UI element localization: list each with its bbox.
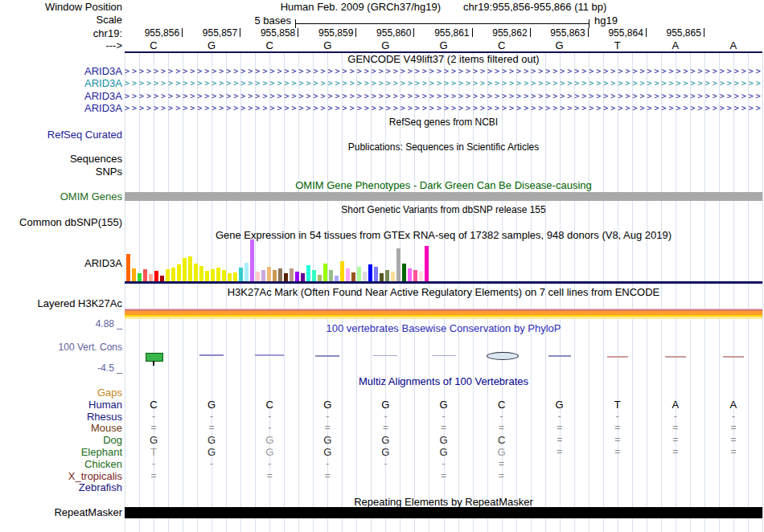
alignment-cell: =	[704, 435, 762, 445]
gtex-bar[interactable]	[368, 264, 372, 281]
sequences-label[interactable]: Sequences	[0, 153, 122, 164]
gtex-bar[interactable]	[340, 261, 344, 281]
phylop-bar	[146, 353, 163, 362]
gtex-bar[interactable]	[143, 269, 147, 281]
gtex-bar[interactable]	[396, 248, 400, 281]
conservation-track-label[interactable]: 100 Vert. Cons	[0, 342, 122, 353]
species-label-x_tropicalis[interactable]: X_tropicalis	[0, 471, 122, 481]
species-label-zebrafish[interactable]: Zebrafish	[0, 482, 122, 493]
gtex-bar[interactable]	[357, 267, 361, 281]
gtex-bar[interactable]	[278, 268, 282, 281]
species-label-dog[interactable]: Dog	[0, 435, 122, 445]
gtex-bar[interactable]	[126, 254, 130, 281]
species-label-rhesus[interactable]: Rhesus	[0, 411, 122, 422]
gtex-bar[interactable]	[385, 270, 389, 281]
gtex-bar[interactable]	[329, 270, 333, 281]
alignment-cell: G	[473, 447, 531, 457]
gtex-bar[interactable]	[312, 270, 316, 281]
gtex-bar[interactable]	[267, 267, 271, 281]
gtex-bar[interactable]	[171, 268, 175, 281]
gtex-bar[interactable]	[346, 268, 350, 281]
gene-label-arid3a[interactable]: ARID3A	[0, 78, 122, 88]
gtex-bar[interactable]	[177, 264, 181, 281]
species-label-elephant[interactable]: Elephant	[0, 447, 122, 457]
gtex-bar[interactable]	[284, 273, 288, 281]
species-label-gaps[interactable]: Gaps	[0, 387, 122, 398]
gtex-bar[interactable]	[216, 268, 220, 281]
gtex-bar[interactable]	[261, 270, 265, 281]
gtex-bar[interactable]	[363, 272, 367, 281]
gtex-bar[interactable]	[318, 275, 322, 281]
gene-label-arid3a[interactable]: ARID3A	[0, 66, 122, 76]
gtex-bar[interactable]	[402, 264, 406, 281]
alignment-cell: -	[356, 459, 414, 469]
gtex-bar[interactable]	[290, 268, 294, 281]
alignment-cell: G	[414, 399, 472, 410]
gene-label-arid3a[interactable]: ARID3A	[0, 91, 122, 101]
gtex-bar[interactable]	[228, 273, 232, 281]
gtex-bar[interactable]	[244, 263, 249, 281]
repeatmasker-label[interactable]: RepeatMasker	[0, 507, 122, 518]
species-label-human[interactable]: Human	[0, 399, 122, 410]
gtex-bar[interactable]	[188, 256, 192, 281]
gene-item-arid3a[interactable]: >>>>>>>>>>>>>>>>>>>>>>>>>>>>>>>>>>>>>>>>…	[125, 104, 762, 113]
gtex-bar[interactable]	[211, 269, 215, 281]
gtex-bar[interactable]	[273, 270, 277, 281]
gtex-bar[interactable]	[250, 239, 254, 281]
species-label-mouse[interactable]: Mouse	[0, 423, 122, 433]
alignment-cell: -	[240, 459, 298, 469]
gtex-bar[interactable]	[425, 246, 429, 281]
gtex-bar[interactable]	[132, 268, 136, 281]
gtex-bar[interactable]	[166, 269, 170, 281]
gene-item-arid3a[interactable]: >>>>>>>>>>>>>>>>>>>>>>>>>>>>>>>>>>>>>>>>…	[125, 67, 762, 76]
refseq-curated-label[interactable]: RefSeq Curated	[0, 129, 122, 140]
omim-dense-bar[interactable]	[125, 192, 762, 201]
repeatmasker-dense-bar[interactable]	[125, 507, 762, 518]
gtex-bar[interactable]	[380, 273, 384, 281]
layered-h3k27ac-label[interactable]: Layered H3K27Ac	[0, 298, 122, 309]
alignment-cell: =	[125, 423, 183, 433]
common-dbsnp-label[interactable]: Common dbSNP(155)	[0, 217, 122, 227]
gene-label-arid3a[interactable]: ARID3A	[0, 103, 122, 113]
gene-item-arid3a[interactable]: >>>>>>>>>>>>>>>>>>>>>>>>>>>>>>>>>>>>>>>>…	[125, 92, 762, 101]
gene-item-arid3a[interactable]: >>>>>>>>>>>>>>>>>>>>>>>>>>>>>>>>>>>>>>>>…	[125, 79, 762, 88]
gtex-bar[interactable]	[194, 264, 198, 281]
species-label-chicken[interactable]: Chicken	[0, 459, 122, 469]
alignment-cell: -	[414, 459, 472, 469]
gtex-bar[interactable]	[199, 266, 203, 281]
gtex-bar[interactable]	[205, 271, 209, 281]
gtex-bar[interactable]	[351, 272, 355, 281]
gtex-bar[interactable]	[323, 264, 327, 281]
omim-genes-label[interactable]: OMIM Genes	[0, 191, 122, 202]
gtex-bar[interactable]	[256, 272, 260, 281]
scale-tick-left	[295, 19, 296, 28]
gtex-bar[interactable]	[408, 268, 412, 281]
alignment-cell: T	[589, 399, 647, 410]
gtex-bar[interactable]	[413, 270, 417, 281]
gtex-bar[interactable]	[138, 273, 142, 281]
gtex-bar[interactable]	[374, 267, 378, 281]
gtex-bar[interactable]	[233, 272, 237, 281]
gtex-bar[interactable]	[239, 268, 243, 281]
gtex-bar[interactable]	[301, 273, 305, 281]
base-letter: A	[704, 39, 762, 51]
alignment-cell: -	[356, 411, 414, 422]
gtex-bar[interactable]	[335, 276, 339, 281]
gtex-bar[interactable]	[154, 271, 158, 281]
gtex-gene-label[interactable]: ARID3A	[0, 258, 122, 268]
alignment-cell: -	[240, 423, 298, 433]
gtex-title: Gene Expression in 54 tissues from GTEx …	[125, 230, 762, 240]
gtex-bar[interactable]	[295, 272, 299, 281]
alignment-cell: =	[473, 459, 531, 469]
gtex-bar[interactable]	[419, 272, 423, 281]
snps-label[interactable]: SNPs	[0, 166, 122, 177]
gtex-bar[interactable]	[183, 258, 187, 281]
gtex-bar[interactable]	[149, 274, 153, 281]
gtex-bar[interactable]	[222, 270, 226, 281]
gtex-bar[interactable]	[391, 272, 395, 281]
gtex-bar[interactable]	[306, 265, 310, 281]
gtex-bar[interactable]	[160, 276, 164, 281]
gtex-baseline	[125, 281, 762, 284]
genome-browser-image: Window Position Human Feb. 2009 (GRCh37/…	[0, 0, 764, 532]
phylop-dash	[723, 356, 744, 358]
